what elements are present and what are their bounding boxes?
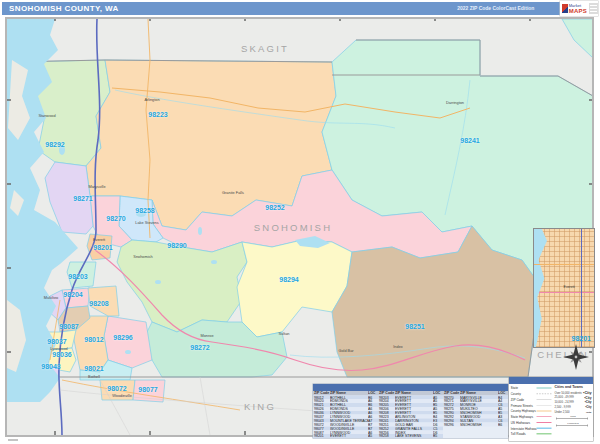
inset-water xyxy=(534,229,547,347)
map-page: SNOHOMISH COUNTY, WA 2022 ZIP Code Color… xyxy=(0,0,600,444)
legend-item: Toll Roads xyxy=(511,431,555,437)
inset-map-everett[interactable]: Everett 98201 xyxy=(533,228,595,348)
zip-index-table: ZIP Code Index/Grid Locator ZIP CodeZIP … xyxy=(313,384,508,438)
zip-index-row-98296: 98296SNOHOMISHB6 xyxy=(443,423,508,427)
copyright-mark xyxy=(8,439,18,441)
zip-index-row-98258: 98258LAKE STEVENSB5 xyxy=(378,434,443,438)
legend-city-row: Under 2,500•City xyxy=(555,409,592,414)
inset-interstate xyxy=(581,229,582,347)
map-legend: Map Legend StateCountyZIP CodePrimary St… xyxy=(509,377,593,441)
compass-rose-icon xyxy=(561,342,591,372)
zip-index-row-98201: 98201EVERETTA5 xyxy=(313,434,378,438)
legend-symbols: StateCountyZIP CodePrimary StreetsCounty… xyxy=(509,384,555,437)
zip-index-group-1: ZIP CodeZIP NameLOC98012BOTHELLB698020ED… xyxy=(313,391,378,438)
scale-miles-label: Miles xyxy=(570,415,576,417)
legend-cities: Cities and Towns Over 50,000 residents•C… xyxy=(555,384,593,437)
legend-cities-rows: Over 50,000 residents•City25,000 - 49,99… xyxy=(555,390,592,414)
scale-km-label: Kilometers xyxy=(567,422,578,424)
zip-index-group-2: ZIP CodeZIP NameLOC98203EVERETTA598204EV… xyxy=(378,391,443,438)
zip-index-title-bar: ZIP Code Index/Grid Locator xyxy=(313,384,508,391)
inset-city-label: Everett xyxy=(564,285,575,289)
scale-bar-miles: Miles xyxy=(555,415,592,421)
inset-county-highway xyxy=(534,264,594,265)
zip-index-group-3: ZIP CodeZIP NameLOC98270MARYSVILLEB49827… xyxy=(443,391,508,438)
inset-zip-label: 98201 xyxy=(572,335,591,342)
zip-index-body: ZIP CodeZIP NameLOC98012BOTHELLB698020ED… xyxy=(313,391,508,438)
scale-bar-kilometers: Kilometers xyxy=(555,422,592,428)
inset-us-highway xyxy=(539,292,594,293)
legend-body: StateCountyZIP CodePrimary StreetsCounty… xyxy=(509,384,593,437)
legend-title-bar: Map Legend xyxy=(509,377,593,384)
